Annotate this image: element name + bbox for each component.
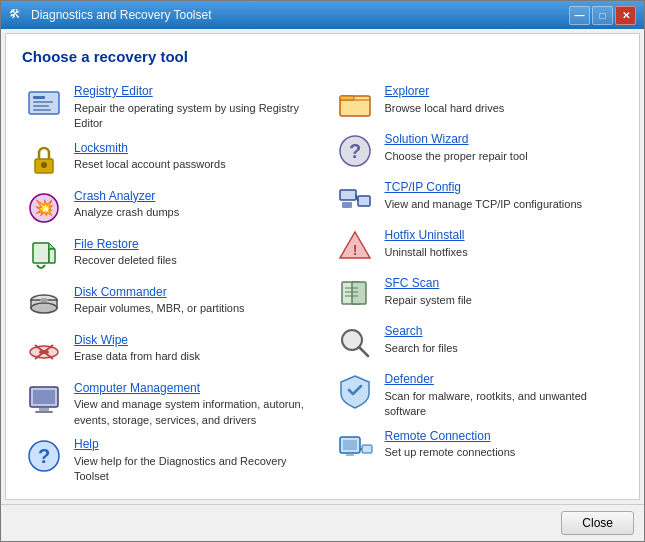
window-controls: — □ ✕ — [569, 6, 636, 25]
svg-point-15 — [40, 298, 48, 302]
tool-help[interactable]: ? Help View help for the Diagnostics and… — [22, 432, 313, 489]
computer-management-desc: View and manage system information, auto… — [74, 397, 311, 428]
registry-editor-text: Registry Editor Repair the operating sys… — [74, 83, 311, 132]
locksmith-text: Locksmith Reset local account passwords — [74, 140, 226, 173]
crash-analyzer-text: Crash Analyzer Analyze crash dumps — [74, 188, 179, 221]
svg-rect-23 — [35, 411, 53, 413]
tool-file-restore[interactable]: File Restore Recover deleted files — [22, 232, 313, 280]
sfc-scan-desc: Repair system file — [385, 293, 472, 308]
registry-editor-name[interactable]: Registry Editor — [74, 83, 311, 100]
main-window: 🛠 Diagnostics and Recovery Toolset — □ ✕… — [0, 0, 645, 542]
tcp-ip-config-text: TCP/IP Config View and manage TCP/IP con… — [385, 179, 583, 212]
tool-disk-wipe[interactable]: Disk Wipe Erase data from hard disk — [22, 328, 313, 376]
svg-text:?: ? — [348, 140, 360, 162]
search-desc: Search for files — [385, 341, 458, 356]
explorer-desc: Browse local hard drives — [385, 101, 505, 116]
file-restore-text: File Restore Recover deleted files — [74, 236, 177, 269]
explorer-text: Explorer Browse local hard drives — [385, 83, 505, 116]
defender-text: Defender Scan for malware, rootkits, and… — [385, 371, 622, 420]
disk-commander-icon — [24, 284, 64, 324]
svg-rect-33 — [342, 202, 352, 208]
tool-crash-analyzer[interactable]: 💥 Crash Analyzer Analyze crash dumps — [22, 184, 313, 232]
remote-connection-text: Remote Connection Set up remote connecti… — [385, 428, 516, 461]
tool-locksmith[interactable]: Locksmith Reset local account passwords — [22, 136, 313, 184]
window-title: Diagnostics and Recovery Toolset — [31, 8, 212, 22]
sfc-scan-icon — [335, 275, 375, 315]
registry-editor-icon — [24, 83, 64, 123]
tool-remote-connection[interactable]: Remote Connection Set up remote connecti… — [333, 424, 624, 472]
tool-sfc-scan[interactable]: SFC Scan Repair system file — [333, 271, 624, 319]
tool-explorer[interactable]: Explorer Browse local hard drives — [333, 79, 624, 127]
footer: Close — [1, 504, 644, 541]
defender-icon — [335, 371, 375, 411]
minimize-button[interactable]: — — [569, 6, 590, 25]
search-name[interactable]: Search — [385, 323, 458, 340]
hotfix-uninstall-name[interactable]: Hotfix Uninstall — [385, 227, 468, 244]
remote-connection-name[interactable]: Remote Connection — [385, 428, 516, 445]
locksmith-name[interactable]: Locksmith — [74, 140, 226, 157]
help-name[interactable]: Help — [74, 436, 311, 453]
svg-line-42 — [359, 347, 368, 356]
svg-rect-27 — [340, 96, 354, 100]
tools-grid: Registry Editor Repair the operating sys… — [22, 79, 623, 489]
tool-registry-editor[interactable]: Registry Editor Repair the operating sys… — [22, 79, 313, 136]
tcp-ip-config-name[interactable]: TCP/IP Config — [385, 179, 583, 196]
remote-connection-desc: Set up remote connections — [385, 445, 516, 460]
computer-management-text: Computer Management View and manage syst… — [74, 380, 311, 429]
tool-disk-commander[interactable]: Disk Commander Repair volumes, MBR, or p… — [22, 280, 313, 328]
svg-marker-10 — [49, 243, 55, 249]
disk-wipe-icon — [24, 332, 64, 372]
svg-rect-21 — [33, 390, 55, 404]
svg-rect-46 — [362, 445, 372, 453]
tool-hotfix-uninstall[interactable]: ! Hotfix Uninstall Uninstall hotfixes — [333, 223, 624, 271]
help-icon: ? — [24, 436, 64, 476]
sfc-scan-name[interactable]: SFC Scan — [385, 275, 472, 292]
explorer-icon — [335, 83, 375, 123]
hotfix-uninstall-icon: ! — [335, 227, 375, 267]
search-text: Search Search for files — [385, 323, 458, 356]
tool-solution-wizard[interactable]: ? Solution Wizard Choose the proper repa… — [333, 127, 624, 175]
svg-text:?: ? — [38, 445, 50, 467]
tool-defender[interactable]: Defender Scan for malware, rootkits, and… — [333, 367, 624, 424]
app-icon: 🛠 — [9, 7, 25, 23]
locksmith-icon — [24, 140, 64, 180]
disk-commander-name[interactable]: Disk Commander — [74, 284, 245, 301]
svg-rect-22 — [39, 408, 49, 411]
computer-management-name[interactable]: Computer Management — [74, 380, 311, 397]
tcp-ip-config-desc: View and manage TCP/IP configurations — [385, 197, 583, 212]
disk-commander-text: Disk Commander Repair volumes, MBR, or p… — [74, 284, 245, 317]
tool-tcp-ip-config[interactable]: TCP/IP Config View and manage TCP/IP con… — [333, 175, 624, 223]
file-restore-name[interactable]: File Restore — [74, 236, 177, 253]
svg-rect-9 — [33, 243, 49, 263]
svg-text:💥: 💥 — [34, 198, 54, 217]
svg-rect-4 — [33, 109, 51, 111]
crash-analyzer-desc: Analyze crash dumps — [74, 205, 179, 220]
sfc-scan-text: SFC Scan Repair system file — [385, 275, 472, 308]
disk-wipe-name[interactable]: Disk Wipe — [74, 332, 200, 349]
help-desc: View help for the Diagnostics and Recove… — [74, 454, 311, 485]
explorer-name[interactable]: Explorer — [385, 83, 505, 100]
crash-analyzer-name[interactable]: Crash Analyzer — [74, 188, 179, 205]
tool-computer-management[interactable]: Computer Management View and manage syst… — [22, 376, 313, 433]
svg-rect-1 — [33, 96, 45, 99]
defender-name[interactable]: Defender — [385, 371, 622, 388]
file-restore-desc: Recover deleted files — [74, 253, 177, 268]
svg-rect-11 — [49, 249, 55, 263]
maximize-button[interactable]: □ — [592, 6, 613, 25]
tool-search[interactable]: Search Search for files — [333, 319, 624, 367]
solution-wizard-name[interactable]: Solution Wizard — [385, 131, 528, 148]
remote-connection-icon — [335, 428, 375, 468]
left-column: Registry Editor Repair the operating sys… — [22, 79, 313, 489]
svg-text:!: ! — [352, 242, 357, 258]
hotfix-uninstall-text: Hotfix Uninstall Uninstall hotfixes — [385, 227, 468, 260]
svg-point-6 — [41, 162, 47, 168]
tcp-ip-config-icon — [335, 179, 375, 219]
close-button[interactable]: Close — [561, 511, 634, 535]
right-column: Explorer Browse local hard drives ? Solu… — [333, 79, 624, 489]
disk-wipe-text: Disk Wipe Erase data from hard disk — [74, 332, 200, 365]
defender-desc: Scan for malware, rootkits, and unwanted… — [385, 389, 622, 420]
disk-commander-desc: Repair volumes, MBR, or partitions — [74, 301, 245, 316]
file-restore-icon — [24, 236, 64, 276]
window-close-button[interactable]: ✕ — [615, 6, 636, 25]
content-area: Choose a recovery tool — [5, 33, 640, 500]
